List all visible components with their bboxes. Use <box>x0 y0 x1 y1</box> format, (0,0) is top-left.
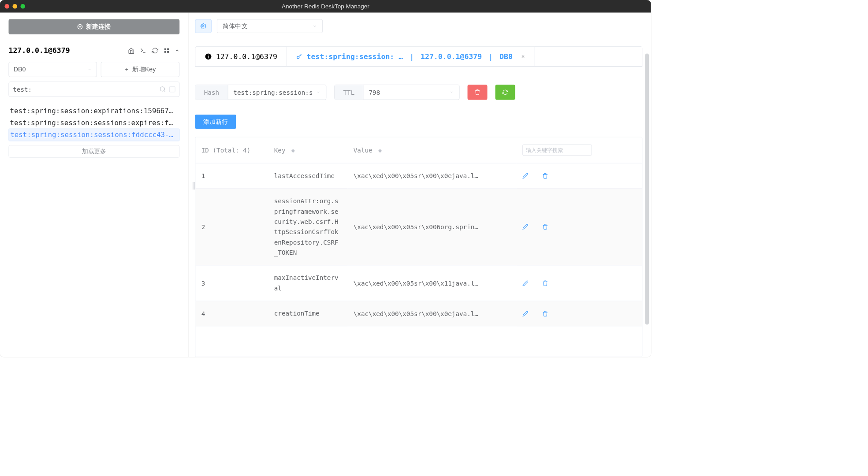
tabs: 127.0.0.1@6379 test:spring:session: … | … <box>195 46 643 67</box>
cell-value: \xac\xed\x00\x05sr\x00\x11java.l… <box>347 265 516 301</box>
delete-row-button[interactable] <box>542 311 548 317</box>
svg-point-5 <box>160 87 164 91</box>
chevron-down-icon <box>313 24 317 29</box>
info-icon <box>205 53 212 60</box>
key-type-box: Hash test:spring:session:s <box>195 85 327 100</box>
scrollbar-thumb[interactable] <box>645 54 649 325</box>
tab-info-label: 127.0.0.1@6379 <box>216 52 277 61</box>
svg-point-6 <box>203 26 204 27</box>
language-select[interactable]: 简体中文 <box>217 19 323 33</box>
edit-row-button[interactable] <box>522 173 529 179</box>
refresh-icon[interactable] <box>152 47 158 54</box>
traffic-lights <box>5 4 26 9</box>
add-key-button[interactable]: 新增Key <box>101 62 179 77</box>
key-item-selected[interactable]: test:spring:session:sessions:fddccc43-… <box>9 129 180 141</box>
edit-row-button[interactable] <box>522 280 529 286</box>
exact-match-checkbox[interactable] <box>169 86 175 93</box>
terminal-icon[interactable] <box>140 47 146 54</box>
key-icon <box>296 53 303 60</box>
table-row: 3maxInactiveInterval\xac\xed\x00\x05sr\x… <box>195 265 642 301</box>
load-more-button[interactable]: 加载更多 <box>9 145 180 158</box>
key-type-label: Hash <box>195 85 228 100</box>
add-row-button[interactable]: 添加新行 <box>195 115 236 129</box>
plus-icon <box>124 67 129 72</box>
close-window-button[interactable] <box>5 4 10 9</box>
cell-key: sessionAttr:org.springframework.security… <box>268 188 347 265</box>
key-item[interactable]: test:spring:session:sessions:expires:f… <box>9 117 180 129</box>
cell-id: 3 <box>195 265 268 301</box>
new-connection-button[interactable]: 新建连接 <box>9 19 180 35</box>
delete-row-button[interactable] <box>542 173 548 179</box>
svg-rect-8 <box>208 56 209 59</box>
cell-key: lastAccessedTime <box>268 163 347 188</box>
svg-rect-1 <box>164 48 166 50</box>
table-row: 1lastAccessedTime\xac\xed\x00\x05sr\x00\… <box>195 163 642 188</box>
close-tab-button[interactable] <box>521 54 525 59</box>
tab-key-db: DB0 <box>499 52 513 61</box>
main-panel: 简体中文 127.0.0.1@6379 test <box>189 13 651 357</box>
svg-rect-3 <box>164 51 166 53</box>
svg-point-9 <box>208 54 209 55</box>
key-search[interactable] <box>9 82 180 97</box>
titlebar: Another Redis DeskTop Manager <box>0 0 651 13</box>
collapse-icon[interactable] <box>175 47 180 54</box>
tab-key-host: 127.0.0.1@6379 <box>421 52 482 61</box>
language-value: 简体中文 <box>223 22 248 31</box>
hash-table: ID (Total: 4) Key ◆ Value ◆ <box>195 137 643 357</box>
th-value[interactable]: Value ◆ <box>347 137 516 163</box>
chevron-down-icon <box>316 90 321 95</box>
ttl-input[interactable]: 798 <box>363 85 459 100</box>
ttl-label: TTL <box>335 85 363 100</box>
sort-icon: ◆ <box>378 146 382 154</box>
sidebar: 新建连接 127.0.0.1@6379 <box>0 13 189 357</box>
svg-rect-2 <box>167 48 169 50</box>
home-icon[interactable] <box>128 47 134 54</box>
resize-handle[interactable]: ‖ <box>192 181 195 190</box>
delete-row-button[interactable] <box>542 280 548 286</box>
sort-icon: ◆ <box>291 146 295 154</box>
key-search-input[interactable] <box>13 86 156 93</box>
window-title: Another Redis DeskTop Manager <box>282 3 369 10</box>
tab-key-name: test:spring:session: … <box>307 52 403 61</box>
minimize-window-button[interactable] <box>13 4 18 9</box>
refresh-key-button[interactable] <box>495 85 515 100</box>
trash-icon <box>474 89 481 96</box>
delete-row-button[interactable] <box>542 224 548 230</box>
maximize-window-button[interactable] <box>21 4 26 9</box>
settings-button[interactable] <box>195 19 212 33</box>
key-list: test:spring:session:expirations:159667… … <box>9 105 180 141</box>
cell-key: creationTime <box>268 301 347 326</box>
cell-value: \xac\xed\x00\x05sr\x00\x0ejava.l… <box>347 301 516 326</box>
db-select[interactable]: DB0 <box>9 62 97 77</box>
chevron-down-icon <box>87 67 92 72</box>
table-row: 4creationTime\xac\xed\x00\x05sr\x00\x0ej… <box>195 301 642 326</box>
db-select-value: DB0 <box>14 66 26 73</box>
cell-id: 1 <box>195 163 268 188</box>
add-key-label: 新增Key <box>132 65 156 74</box>
svg-rect-4 <box>167 51 169 53</box>
new-connection-label: 新建连接 <box>86 22 111 31</box>
tab-info[interactable]: 127.0.0.1@6379 <box>195 47 287 66</box>
th-id[interactable]: ID (Total: 4) <box>195 137 268 163</box>
chevron-down-icon <box>449 90 454 95</box>
cell-value: \xac\xed\x00\x05sr\x006org.sprin… <box>347 188 516 265</box>
table-row: 2sessionAttr:org.springframework.securit… <box>195 188 642 265</box>
key-name-input[interactable]: test:spring:session:s <box>228 85 326 100</box>
plus-circle-icon <box>77 24 82 30</box>
connection-label: 127.0.0.1@6379 <box>9 46 70 55</box>
edit-row-button[interactable] <box>522 224 529 230</box>
scrollbar[interactable] <box>645 54 649 352</box>
edit-row-button[interactable] <box>522 311 529 317</box>
gear-icon <box>201 23 207 30</box>
delete-key-button[interactable] <box>468 85 488 100</box>
tab-key-active[interactable]: test:spring:session: … | 127.0.0.1@6379 … <box>287 47 535 66</box>
th-search <box>517 137 642 163</box>
table-search-input[interactable] <box>522 145 592 156</box>
key-item[interactable]: test:spring:session:expirations:159667… <box>9 105 180 117</box>
search-icon[interactable] <box>160 86 166 93</box>
grid-icon[interactable] <box>164 47 170 54</box>
cell-key: maxInactiveInterval <box>268 265 347 301</box>
cell-id: 2 <box>195 188 268 265</box>
th-key[interactable]: Key ◆ <box>268 137 347 163</box>
ttl-box: TTL 798 <box>334 85 459 100</box>
